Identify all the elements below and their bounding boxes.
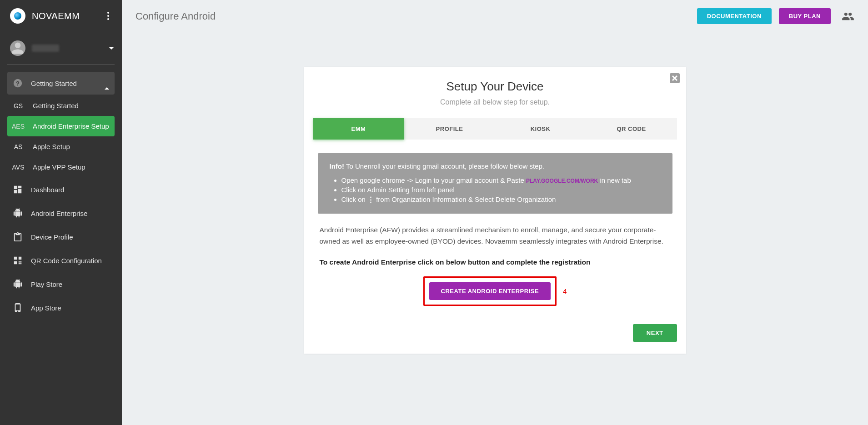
documentation-button[interactable]: DOCUMENTATION [697, 8, 772, 24]
sidebar-item-device-profile[interactable]: Device Profile [7, 225, 115, 248]
sidebar-item-label: Apple VPP Setup [33, 163, 85, 171]
nav: ? Getting Started GS Getting Started AES… [0, 69, 122, 322]
tab-emm[interactable]: EMM [313, 118, 404, 140]
user-name [32, 45, 59, 52]
setup-card: Setup Your Device Complete all below ste… [304, 67, 686, 354]
android-icon [13, 208, 23, 218]
svg-rect-10 [20, 261, 22, 263]
sidebar-item-as[interactable]: AS Apple Setup [7, 136, 115, 157]
action-row: CREATE ANDROID ENTERPRISE 4 [313, 276, 677, 306]
info-step-2: Click on Admin Setting from left panel [341, 186, 661, 194]
kebab-icon: ⋮ [367, 195, 374, 204]
sidebar-item-label: App Store [31, 304, 61, 312]
info-prefix: Info! [330, 162, 344, 170]
svg-rect-11 [19, 263, 20, 265]
svg-rect-4 [18, 189, 21, 193]
dashboard-icon [13, 185, 23, 195]
sidebar-item-label: Dashboard [31, 186, 64, 194]
people-icon[interactable] [842, 10, 854, 23]
sidebar-item-android-enterprise[interactable]: Android Enterprise [7, 202, 115, 225]
sidebar-item-label: Apple Setup [33, 143, 70, 150]
svg-rect-8 [14, 261, 17, 264]
nav-abbrev: AES [12, 123, 25, 130]
help-icon: ? [13, 78, 23, 88]
info-box: Info! To Unenroll your existing gmail ac… [318, 153, 672, 214]
sidebar-item-getting-started[interactable]: ? Getting Started [7, 72, 115, 95]
sidebar-item-play-store[interactable]: Play Store [7, 273, 115, 295]
tab-kiosk[interactable]: KIOSK [495, 118, 586, 140]
avatar [10, 40, 25, 56]
sidebar-item-aes[interactable]: AES Android Enterprise Setup [7, 116, 115, 136]
tab-profile[interactable]: PROFILE [404, 118, 495, 140]
svg-rect-6 [14, 257, 17, 260]
sidebar-item-gs[interactable]: GS Getting Started [7, 95, 115, 116]
sidebar-item-label: Device Profile [31, 233, 73, 241]
svg-rect-3 [18, 186, 21, 188]
body-text: Android Enterprise (AFW) provides a stre… [313, 214, 677, 252]
nav-abbrev: AVS [12, 164, 25, 171]
info-step-1: Open google chrome -> Login to your gmai… [341, 176, 661, 184]
sidebar-item-app-store[interactable]: App Store [7, 296, 115, 319]
sidebar-item-label: Play Store [31, 280, 62, 288]
chevron-up-icon [105, 80, 109, 87]
tabs: EMM PROFILE KIOSK QR CODE [313, 118, 677, 140]
svg-rect-9 [19, 261, 20, 263]
play-google-work-link[interactable]: PLAY.GOOGLE.COM/WORK [526, 178, 598, 184]
buy-plan-button[interactable]: BUY PLAN [779, 8, 831, 24]
nav-abbrev: AS [12, 143, 25, 150]
brand: NOVAEMM [0, 0, 122, 30]
info-lead: To Unenroll your existing gmail account,… [344, 162, 544, 170]
sidebar-item-label: Android Enterprise [31, 210, 87, 217]
close-icon[interactable] [670, 73, 680, 83]
card-title: Setup Your Device [313, 80, 677, 94]
annotation-highlight: CREATE ANDROID ENTERPRISE [423, 276, 557, 306]
sidebar-item-label: QR Code Configuration [31, 257, 102, 265]
sidebar-item-avs[interactable]: AVS Apple VPP Setup [7, 157, 115, 177]
nav-abbrev: GS [12, 102, 25, 110]
sidebar-item-dashboard[interactable]: Dashboard [7, 178, 115, 201]
brand-logo [10, 8, 25, 24]
sidebar-item-label: Android Enterprise Setup [33, 122, 109, 130]
kebab-menu-icon[interactable] [103, 12, 114, 20]
brand-name: NOVAEMM [32, 11, 96, 21]
main: Configure Android DOCUMENTATION BUY PLAN… [122, 0, 868, 425]
sidebar: NOVAEMM ? Getting Started GS Getting Sta… [0, 0, 122, 425]
sidebar-item-label: Getting Started [33, 102, 79, 110]
topbar: Configure Android DOCUMENTATION BUY PLAN [122, 0, 868, 26]
svg-rect-2 [14, 186, 17, 189]
svg-rect-5 [14, 190, 17, 193]
card-subtitle: Complete all below step for setup. [313, 98, 677, 106]
sidebar-item-qr-config[interactable]: QR Code Configuration [7, 249, 115, 272]
svg-rect-7 [19, 257, 21, 260]
svg-text:?: ? [16, 80, 20, 87]
sidebar-subnav: GS Getting Started AES Android Enterpris… [7, 95, 115, 177]
sidebar-item-label: Getting Started [31, 80, 77, 87]
chevron-down-icon [109, 47, 114, 50]
android-icon [13, 279, 23, 289]
page-title: Configure Android [135, 10, 216, 22]
next-button[interactable]: NEXT [633, 324, 677, 342]
info-step-3: Click on ⋮ from Organization Information… [341, 195, 661, 204]
tab-qr[interactable]: QR CODE [586, 118, 677, 140]
footer-row: NEXT [313, 324, 677, 345]
body-strong: To create Android Enterprise click on be… [313, 252, 677, 266]
create-android-enterprise-button[interactable]: CREATE ANDROID ENTERPRISE [429, 282, 551, 300]
annotation-number: 4 [563, 287, 567, 295]
clipboard-icon [13, 232, 23, 242]
user-menu[interactable] [0, 37, 122, 62]
phone-icon [13, 303, 23, 313]
qr-icon [13, 255, 23, 265]
svg-rect-12 [20, 263, 22, 265]
